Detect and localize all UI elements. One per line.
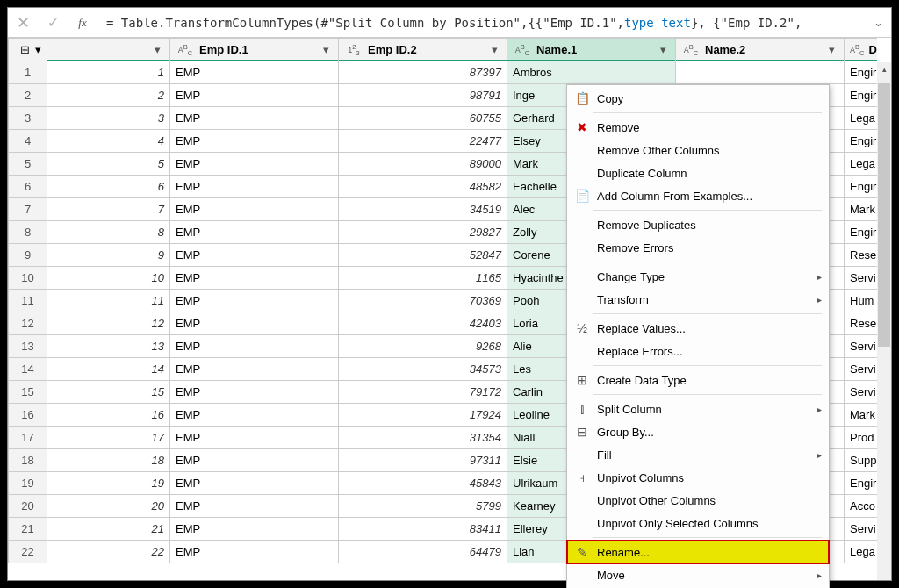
cell[interactable]: 97311: [339, 449, 507, 472]
row-number[interactable]: 22: [9, 541, 47, 563]
row-number[interactable]: 14: [9, 358, 47, 381]
cell[interactable]: 64479: [339, 541, 507, 563]
formula-expand-icon[interactable]: ⌄: [865, 16, 891, 29]
cell[interactable]: EMP: [170, 381, 339, 404]
row-number[interactable]: 1: [9, 61, 47, 84]
menu-item-rename-[interactable]: ✎Rename...: [567, 541, 829, 563]
cell[interactable]: EMP: [170, 267, 339, 290]
cell[interactable]: EMP: [170, 84, 339, 107]
menu-item-duplicate-column[interactable]: Duplicate Column: [567, 161, 829, 184]
row-number[interactable]: 3: [9, 107, 47, 130]
cell[interactable]: Engir: [845, 176, 878, 198]
column-header-name-2[interactable]: ABCName.2▾: [676, 39, 845, 61]
vertical-scrollbar[interactable]: ▴: [877, 62, 891, 580]
column-header-emp-id-1[interactable]: ABCEmp ID.1▾: [170, 39, 339, 61]
cell[interactable]: 42403: [339, 312, 507, 335]
cell[interactable]: EMP: [170, 312, 339, 335]
cell[interactable]: 11: [47, 290, 170, 312]
cell[interactable]: 2: [47, 84, 170, 107]
cell[interactable]: [676, 61, 845, 84]
cell[interactable]: 12: [47, 312, 170, 335]
cell[interactable]: Supp: [845, 449, 878, 472]
cell[interactable]: 8: [47, 221, 170, 244]
menu-item-unpivot-columns[interactable]: ⫞Unpivot Columns: [567, 466, 829, 489]
cell[interactable]: EMP: [170, 472, 339, 495]
cell[interactable]: Lega: [845, 541, 878, 563]
row-number[interactable]: 8: [9, 221, 47, 244]
menu-item-unpivot-only-selected-columns[interactable]: Unpivot Only Selected Columns: [567, 512, 829, 534]
cell[interactable]: Engir: [845, 130, 878, 153]
chevron-down-icon[interactable]: ▾: [656, 43, 670, 56]
cell[interactable]: 9268: [339, 335, 507, 358]
row-number[interactable]: 17: [9, 427, 47, 449]
cell[interactable]: Mark: [845, 198, 878, 221]
row-number[interactable]: 19: [9, 472, 47, 495]
cell[interactable]: 9: [47, 244, 170, 267]
column-header-emp-id-2[interactable]: 123Emp ID.2▾: [339, 39, 507, 61]
cell[interactable]: 1165: [339, 267, 507, 290]
cell[interactable]: Acco: [845, 495, 878, 518]
chevron-down-icon[interactable]: ▾: [319, 43, 333, 56]
table-row[interactable]: 11EMP87397AmbrosEngir: [9, 61, 878, 84]
cell[interactable]: 22: [47, 541, 170, 563]
row-number[interactable]: 20: [9, 495, 47, 518]
cell[interactable]: 29827: [339, 221, 507, 244]
cell[interactable]: 70369: [339, 290, 507, 312]
cell[interactable]: Engir: [845, 472, 878, 495]
cell[interactable]: Servi: [845, 335, 878, 358]
row-number[interactable]: 11: [9, 290, 47, 312]
cell[interactable]: EMP: [170, 290, 339, 312]
menu-item-replace-values-[interactable]: ½Replace Values...: [567, 317, 829, 340]
menu-item-replace-errors-[interactable]: Replace Errors...: [567, 340, 829, 362]
cell[interactable]: Mark: [845, 404, 878, 427]
cell[interactable]: Servi: [845, 381, 878, 404]
cell[interactable]: Prod: [845, 427, 878, 449]
cell[interactable]: 5799: [339, 495, 507, 518]
cell[interactable]: 18: [47, 449, 170, 472]
cell[interactable]: 52847: [339, 244, 507, 267]
menu-item-remove-errors[interactable]: Remove Errors: [567, 236, 829, 259]
cell[interactable]: 22477: [339, 130, 507, 153]
cell[interactable]: EMP: [170, 176, 339, 198]
menu-item-group-by-[interactable]: ⊟Group By...: [567, 420, 829, 443]
cell[interactable]: 17924: [339, 404, 507, 427]
menu-item-add-column-from-examples-[interactable]: 📄Add Column From Examples...: [567, 184, 829, 207]
column-header-index[interactable]: ▾: [47, 39, 170, 61]
formula-input[interactable]: = Table.TransformColumnTypes(#"Split Col…: [97, 8, 865, 37]
row-number[interactable]: 13: [9, 335, 47, 358]
menu-item-change-type[interactable]: Change Type▸: [567, 265, 829, 288]
cell[interactable]: Engir: [845, 61, 878, 84]
cell[interactable]: 34573: [339, 358, 507, 381]
cell[interactable]: EMP: [170, 358, 339, 381]
row-number[interactable]: 9: [9, 244, 47, 267]
row-number[interactable]: 15: [9, 381, 47, 404]
chevron-down-icon[interactable]: ▾: [824, 43, 838, 56]
menu-item-copy[interactable]: 📋Copy: [567, 87, 829, 110]
cell[interactable]: 19: [47, 472, 170, 495]
row-number[interactable]: 2: [9, 84, 47, 107]
menu-item-split-column[interactable]: ⫿Split Column▸: [567, 398, 829, 420]
cell[interactable]: 89000: [339, 153, 507, 176]
cell[interactable]: EMP: [170, 495, 339, 518]
menu-item-fill[interactable]: Fill▸: [567, 443, 829, 466]
cell[interactable]: 14: [47, 358, 170, 381]
cell[interactable]: Servi: [845, 267, 878, 290]
cell[interactable]: 15: [47, 381, 170, 404]
cell[interactable]: 98791: [339, 84, 507, 107]
cell[interactable]: 45843: [339, 472, 507, 495]
cell[interactable]: 60755: [339, 107, 507, 130]
column-header-name-1[interactable]: ABCName.1▾: [507, 39, 676, 61]
scroll-up-icon[interactable]: ▴: [877, 62, 891, 76]
cell[interactable]: Engir: [845, 84, 878, 107]
cell[interactable]: 1: [47, 61, 170, 84]
cell[interactable]: 7: [47, 198, 170, 221]
cell[interactable]: 13: [47, 335, 170, 358]
cell[interactable]: Rese: [845, 244, 878, 267]
row-number[interactable]: 5: [9, 153, 47, 176]
cell[interactable]: EMP: [170, 449, 339, 472]
cell[interactable]: EMP: [170, 107, 339, 130]
scroll-thumb[interactable]: [878, 83, 890, 347]
row-number[interactable]: 10: [9, 267, 47, 290]
row-number[interactable]: 12: [9, 312, 47, 335]
cell[interactable]: Rese: [845, 312, 878, 335]
